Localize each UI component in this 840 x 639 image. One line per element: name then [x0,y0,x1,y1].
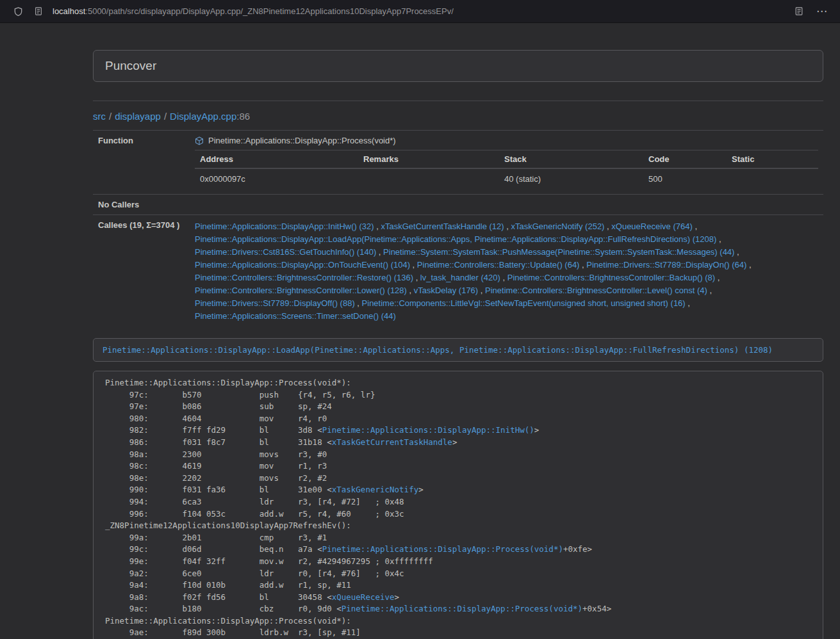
callees-label: Callees (19, Σ=3704 ) [93,215,190,328]
callee-link[interactable]: vTaskDelay (176) [414,286,478,295]
column-header-code: Code [643,150,727,169]
stat-address: 0x0000097c [195,168,358,189]
shield-icon[interactable] [10,4,26,19]
callee-link[interactable]: Pinetime::Controllers::BrightnessControl… [195,286,407,295]
content-divider [93,101,823,101]
code-symbol-link[interactable]: Pinetime::Applications::DisplayApp::Proc… [342,604,582,613]
callee-separator: , [693,222,697,231]
callee-separator: , [707,286,712,295]
column-header-remarks: Remarks [358,150,499,169]
callee-separator: , [355,298,362,308]
callee-link[interactable]: xTaskGenericNotify (252) [511,222,605,231]
stat-remarks [358,168,499,189]
callee-link[interactable]: xQueueReceive (764) [611,222,692,231]
callee-link[interactable]: Pinetime::Controllers::Battery::Update()… [417,260,580,270]
breadcrumb: src/displayapp/DisplayApp.cpp:86 [93,111,823,122]
code-symbol-link[interactable]: Pinetime::Applications::DisplayApp::Init… [322,425,534,435]
toolbar-right-group: ⋯ [791,4,834,19]
url-host: localhost [53,6,85,16]
function-name: Pinetime::Applications::DisplayApp::Proc… [208,136,396,145]
callee-link[interactable]: Pinetime::Applications::DisplayApp::OnTo… [195,260,410,270]
callee-link[interactable]: Pinetime::Applications::DisplayApp::Load… [195,234,716,244]
callee-separator: , [500,273,507,282]
callee-link[interactable]: Pinetime::Drivers::St7789::DisplayOn() (… [586,260,746,270]
callee-separator: , [410,260,417,270]
breadcrumb-link-src[interactable]: src [93,111,106,122]
callee-link[interactable]: Pinetime::System::SystemTask::PushMessag… [383,247,734,257]
callee-separator: , [478,286,485,295]
column-header-stack: Stack [499,150,643,169]
url-path: :5000/path/src/displayapp/DisplayApp.cpp… [85,6,454,16]
callee-link[interactable]: xTaskGetCurrentTaskHandle (12) [381,222,504,231]
code-symbol-link[interactable]: xTaskGetCurrentTaskHandle [332,437,452,447]
callee-link[interactable]: Pinetime::Applications::DisplayApp::Init… [195,222,374,231]
app-header: Puncover [93,50,823,82]
code-symbol-link[interactable]: xTaskGenericNotify [332,485,418,494]
reader-mode-icon[interactable] [791,4,807,19]
code-symbol-link[interactable]: Pinetime::Applications::DisplayApp::Proc… [322,544,563,554]
breadcrumb-line-number: :86 [236,111,250,122]
column-header-address: Address [195,150,358,169]
callee-separator: , [686,298,690,308]
highlight-panel: Pinetime::Applications::DisplayApp::Load… [93,338,823,362]
page-content: Puncover src/displayapp/DisplayApp.cpp:8… [93,50,823,639]
callee-separator: , [504,222,511,231]
callee-link[interactable]: Pinetime::Drivers::St7789::DisplayOff() … [195,298,355,308]
breadcrumb-link-displayapp[interactable]: displayapp [115,111,161,122]
callee-separator: , [715,273,720,282]
callee-link[interactable]: Pinetime::Controllers::BrightnessControl… [485,286,707,295]
no-callers-label: No Callers [93,195,190,215]
app-title: Puncover [105,59,156,72]
stats-row: 0x0000097c 40 (static) 500 [195,168,818,189]
column-header-static: Static [727,150,818,169]
code-symbol-link[interactable]: xQueueReceive [332,592,395,602]
highlighted-symbol-link[interactable]: Pinetime::Applications::DisplayApp::Load… [103,345,773,355]
function-row: Function Pinetime::Applications::Display… [93,131,823,195]
callee-separator: , [407,286,414,295]
breadcrumb-separator: / [164,111,167,122]
stat-static [727,168,818,189]
no-callers-row: No Callers [93,195,823,215]
callee-separator: , [604,222,611,231]
callee-link[interactable]: Pinetime::Components::LittleVgl::SetNewT… [362,298,686,308]
callee-separator: , [716,234,721,244]
callee-link[interactable]: Pinetime::Controllers::BrightnessControl… [195,273,413,282]
callees-list: Pinetime::Applications::DisplayApp::Init… [195,220,818,323]
function-name-line: Pinetime::Applications::DisplayApp::Proc… [195,136,818,145]
callee-separator: , [413,273,420,282]
breadcrumb-link-file[interactable]: DisplayApp.cpp [170,111,236,122]
callee-separator: , [746,260,751,270]
page-icon[interactable] [31,4,46,19]
callee-separator: , [579,260,586,270]
overflow-menu-icon[interactable]: ⋯ [814,4,830,19]
function-label: Function [93,131,190,195]
callee-separator: , [376,247,383,257]
breadcrumb-separator: / [109,111,111,122]
callee-link[interactable]: Pinetime::Applications::Screens::Timer::… [195,311,396,321]
browser-toolbar: localhost:5000/path/src/displayapp/Displ… [0,0,840,23]
callee-separator: , [734,247,739,257]
stats-table: Address Remarks Stack Code Static 0x0000… [195,150,818,189]
function-symbol-icon [195,136,204,145]
callee-link[interactable]: Pinetime::Drivers::Cst816S::GetTouchInfo… [195,247,376,257]
stat-code: 500 [643,168,727,189]
callees-row: Callees (19, Σ=3704 ) Pinetime::Applicat… [93,215,823,328]
stat-stack: 40 (static) [499,168,643,189]
url-bar[interactable]: localhost:5000/path/src/displayapp/Displ… [53,6,454,16]
function-table: Function Pinetime::Applications::Display… [93,130,823,328]
callee-separator: , [374,222,381,231]
callee-link[interactable]: lv_task_handler (420) [420,273,500,282]
disassembly-code: Pinetime::Applications::DisplayApp::Proc… [93,371,823,639]
callee-link[interactable]: Pinetime::Controllers::BrightnessControl… [507,273,715,282]
stats-header-row: Address Remarks Stack Code Static [195,150,818,169]
